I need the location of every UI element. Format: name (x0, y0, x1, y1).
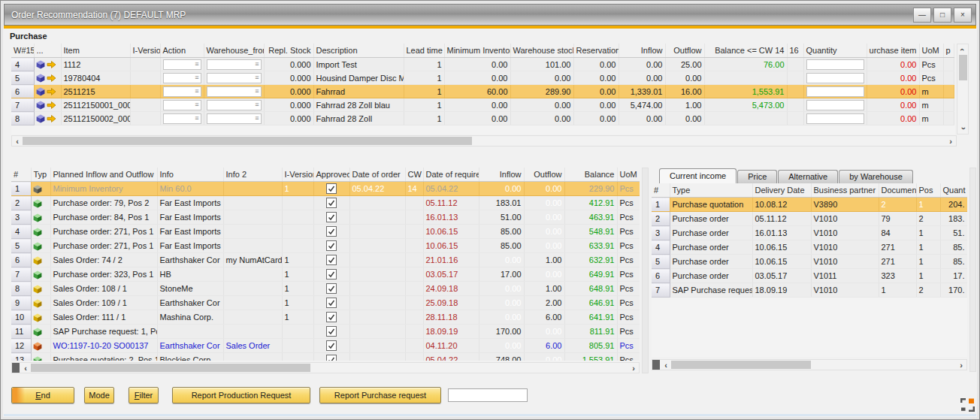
warehouse-from-input[interactable]: ≡ (207, 59, 262, 70)
warehouse-from-input[interactable]: ≡ (207, 86, 262, 97)
approved-checkbox[interactable] (326, 326, 337, 337)
footer-input[interactable] (448, 388, 528, 402)
flow-row[interactable]: 9Sales Order: 109 / 1Earthshaker Cor125.… (11, 296, 640, 310)
choose-from-list-icon[interactable]: ≡ (195, 88, 198, 95)
quantity-input[interactable] (806, 113, 864, 124)
item-row[interactable]: 62511215≡≡0.000Fahrrad160.00289.900.001,… (11, 85, 954, 98)
row-number-cell[interactable]: 3 (11, 210, 31, 225)
tab-by-warehouse[interactable]: by Warehouse (839, 170, 913, 183)
income-row[interactable]: 2Purchase order05.11.12V1010792183. (652, 212, 967, 226)
row-number-cell[interactable]: 5 (652, 255, 670, 269)
scrollbar-grip[interactable] (12, 363, 20, 373)
income-row[interactable]: 7SAP Purchase request18.09.19V101012170. (652, 283, 967, 298)
scroll-right-icon[interactable]: › (945, 137, 956, 146)
row-number-cell[interactable]: 7 (11, 267, 31, 282)
scrollbar-thumb[interactable] (671, 361, 811, 369)
flow-row[interactable]: 7Purchase order: 323, Pos 1HB103.05.1717… (11, 267, 640, 282)
row-number-cell[interactable]: 4 (652, 240, 670, 255)
action-input[interactable]: ≡ (163, 86, 201, 97)
row-number-cell[interactable]: 7 (652, 283, 670, 298)
choose-from-list-icon[interactable]: ≡ (255, 61, 259, 68)
choose-from-list-icon[interactable]: ≡ (195, 115, 198, 122)
approved-checkbox[interactable] (326, 283, 337, 294)
row-number-cell[interactable]: 6 (652, 269, 670, 283)
choose-from-list-icon[interactable]: ≡ (195, 61, 198, 68)
item-row[interactable]: 41112≡≡0.000Import Test10.00101.000.000.… (11, 58, 954, 71)
quantity-input[interactable] (806, 86, 864, 97)
top-table-horizontal-scrollbar[interactable]: ‹ › (11, 135, 957, 147)
quantity-input[interactable] (806, 59, 864, 70)
flow-table-horizontal-scrollbar[interactable]: ‹ › (11, 362, 640, 373)
maximize-button[interactable]: □ (933, 8, 951, 23)
close-button[interactable]: × (954, 8, 972, 23)
income-row[interactable]: 3Purchase order16.01.13V101084151. (652, 226, 967, 240)
income-row[interactable]: 6Purchase order03.05.17V1011323117. (652, 269, 967, 283)
row-number-cell[interactable]: 6 (11, 253, 31, 267)
flow-row[interactable]: 3Purchase order: 84, Pos 1Far East Impor… (11, 210, 640, 225)
flow-row[interactable]: 13Purchase quotation: 2, Pos 1Blockies C… (11, 353, 640, 361)
approved-checkbox[interactable] (326, 312, 337, 322)
mode-button[interactable]: Mode (84, 387, 114, 403)
income-table-horizontal-scrollbar[interactable]: ‹ › (652, 359, 967, 370)
action-input[interactable]: ≡ (163, 59, 201, 70)
approved-checkbox[interactable] (326, 269, 337, 279)
minimize-button[interactable]: — (913, 8, 931, 23)
approved-checkbox[interactable] (326, 183, 337, 194)
scrollbar-thumb[interactable] (31, 364, 310, 372)
approved-checkbox[interactable] (326, 340, 337, 351)
flow-row[interactable]: 12WO:1197-10-20 SO00137Earthshaker CorSa… (11, 339, 640, 353)
income-row[interactable]: 1Purchase quotation10.08.12V389021204. (652, 198, 967, 212)
flow-row[interactable]: 10Sales Order: 111 / 1Mashina Corp.128.1… (11, 310, 640, 325)
warehouse-from-input[interactable]: ≡ (207, 100, 262, 110)
choose-from-list-icon[interactable]: ≡ (255, 115, 259, 122)
flow-row[interactable]: 1Minimum InventoryMin 60.0105.04.221405.… (11, 182, 640, 196)
income-row[interactable]: 4Purchase order10.06.15V1010271185. (652, 240, 967, 255)
top-table-vertical-scrollbar[interactable]: ‹ ‹ (957, 44, 969, 134)
resize-form-icon[interactable] (960, 398, 975, 412)
row-number-cell[interactable]: 13 (11, 353, 31, 361)
approved-checkbox[interactable] (326, 226, 337, 237)
scroll-left-icon[interactable]: ‹ (661, 361, 671, 370)
row-number-cell[interactable]: 5 (11, 239, 31, 253)
scroll-down-icon[interactable]: ‹ (957, 127, 968, 130)
action-input[interactable]: ≡ (163, 73, 201, 83)
warehouse-from-input[interactable]: ≡ (207, 73, 262, 83)
item-row[interactable]: 825112150002_000≡≡0.000Fahrrad 28 Zoll10… (11, 112, 954, 125)
row-number-cell[interactable]: 2 (652, 212, 670, 226)
row-number-cell[interactable]: 4 (11, 225, 31, 239)
filter-button[interactable]: Filter (129, 387, 159, 403)
row-number-cell[interactable]: 3 (652, 226, 670, 240)
row-number-cell[interactable]: 9 (11, 296, 31, 310)
row-number-cell[interactable]: 1 (11, 182, 31, 196)
item-row[interactable]: 519780404≡≡0.000Housind Damper Disc M10.… (11, 71, 954, 85)
action-input[interactable]: ≡ (163, 113, 201, 124)
income-row[interactable]: 5Purchase order10.06.15V1010271185. (652, 255, 967, 269)
scrollbar-grip[interactable] (652, 360, 660, 370)
income-panel-vertical-scrollbar[interactable] (969, 168, 976, 372)
approved-checkbox[interactable] (326, 355, 337, 361)
item-row[interactable]: 725112150001_000≡≡0.000Fahrrad 28 Zoll b… (11, 98, 954, 112)
choose-from-list-icon[interactable]: ≡ (255, 74, 259, 81)
row-number-cell[interactable]: 5 (11, 71, 34, 85)
flow-row[interactable]: 4Purchase order: 271, Pos 1Far East Impo… (11, 225, 640, 239)
approved-checkbox[interactable] (326, 198, 337, 208)
action-input[interactable]: ≡ (163, 100, 201, 110)
row-number-cell[interactable]: 8 (11, 282, 31, 296)
choose-from-list-icon[interactable]: ≡ (255, 101, 259, 108)
flow-row[interactable]: 6Sales Order: 74 / 2Earthshaker Cormy Nu… (11, 253, 640, 267)
scroll-right-icon[interactable]: › (956, 361, 966, 370)
row-number-cell[interactable]: 11 (11, 325, 31, 339)
choose-from-list-icon[interactable]: ≡ (195, 74, 198, 81)
row-number-cell[interactable]: 8 (11, 112, 34, 125)
scroll-up-icon[interactable]: ‹ (957, 48, 968, 51)
quantity-input[interactable] (806, 100, 864, 110)
scrollbar-thumb[interactable] (959, 55, 967, 80)
approved-checkbox[interactable] (326, 212, 337, 222)
approved-checkbox[interactable] (326, 298, 337, 308)
row-number-cell[interactable]: 7 (11, 98, 34, 112)
flow-table-vertical-scrollbar[interactable] (642, 168, 649, 373)
quantity-input[interactable] (806, 73, 864, 83)
approved-checkbox[interactable] (326, 255, 337, 265)
row-number-cell[interactable]: 4 (11, 58, 34, 71)
warehouse-from-input[interactable]: ≡ (207, 113, 262, 124)
